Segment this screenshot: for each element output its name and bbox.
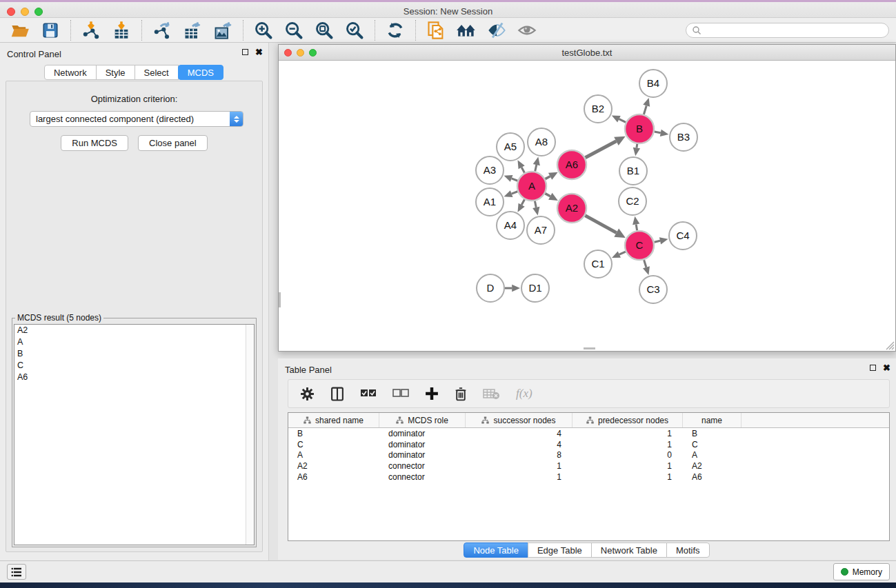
task-history-button[interactable] bbox=[7, 564, 26, 580]
session-title: Session: New Session bbox=[0, 6, 896, 17]
column-type-icon bbox=[481, 416, 489, 424]
table-cell: A2 bbox=[683, 461, 741, 471]
function-builder-icon[interactable]: f(x) bbox=[516, 387, 532, 401]
clone-network-icon[interactable] bbox=[424, 20, 448, 41]
graph-edge[interactable] bbox=[585, 216, 616, 233]
table-settings-gear-icon[interactable] bbox=[300, 387, 315, 401]
graph-edge[interactable] bbox=[535, 201, 536, 207]
search-input[interactable] bbox=[701, 24, 888, 37]
export-image-icon[interactable] bbox=[211, 20, 235, 41]
graph-edge[interactable] bbox=[636, 224, 637, 230]
table-row[interactable]: Cdominator41C bbox=[288, 439, 889, 450]
show-columns-icon[interactable] bbox=[330, 387, 344, 401]
graph-edge[interactable] bbox=[619, 252, 626, 254]
open-file-icon[interactable] bbox=[8, 20, 32, 41]
table-row[interactable]: Bdominator41B bbox=[288, 428, 889, 439]
mcds-result-fieldset: MCDS result (5 nodes) A2ABCA6 bbox=[12, 313, 257, 547]
criterion-dropdown[interactable]: largest connected component (directed) bbox=[30, 111, 243, 127]
table-cell: 1 bbox=[466, 461, 573, 471]
edge-arrowhead bbox=[660, 130, 669, 136]
show-eye-icon[interactable] bbox=[515, 20, 539, 41]
zoom-fit-icon[interactable] bbox=[312, 20, 336, 41]
memory-button[interactable]: Memory bbox=[833, 563, 890, 580]
tab-motifs[interactable]: Motifs bbox=[666, 543, 710, 558]
graph-edge[interactable] bbox=[655, 132, 661, 133]
close-panel-icon[interactable]: ✖ bbox=[255, 49, 263, 55]
mcds-result-item[interactable]: C bbox=[14, 360, 254, 372]
tab-network[interactable]: Network bbox=[44, 65, 97, 80]
edge-arrowhead bbox=[532, 207, 539, 216]
add-column-icon[interactable] bbox=[425, 387, 439, 401]
table-float-panel-icon[interactable] bbox=[870, 365, 876, 371]
graph-edge[interactable] bbox=[585, 141, 616, 158]
graph-edge[interactable] bbox=[637, 144, 637, 148]
table-row[interactable]: A2connector11A2 bbox=[288, 460, 889, 472]
column-header-MCDS-role[interactable]: MCDS role bbox=[379, 413, 466, 427]
import-network-icon[interactable] bbox=[79, 20, 103, 41]
unselect-all-icon[interactable] bbox=[392, 389, 409, 398]
zoom-in-icon[interactable] bbox=[252, 20, 275, 41]
mcds-result-list: A2ABCA6 bbox=[14, 324, 255, 545]
table-cell: dominator bbox=[379, 429, 466, 438]
hide-panel-eye-icon[interactable] bbox=[485, 20, 508, 41]
table-cell: connector bbox=[379, 461, 466, 471]
network-canvas[interactable]: B4B2BB3A8A5A6A3B1AA1C2A2A4A7C4CC1C3DD1 bbox=[279, 61, 895, 351]
graph-edge[interactable] bbox=[644, 105, 646, 114]
resize-grip-icon[interactable] bbox=[886, 341, 895, 350]
graph-edge[interactable] bbox=[545, 176, 550, 179]
zoom-selected-icon[interactable] bbox=[343, 20, 366, 41]
graph-edge[interactable] bbox=[512, 179, 518, 181]
mcds-result-item[interactable]: A2 bbox=[14, 325, 254, 336]
graph-edge[interactable] bbox=[535, 165, 537, 171]
table-close-panel-icon[interactable]: ✖ bbox=[883, 365, 890, 371]
graph-edge[interactable] bbox=[521, 168, 524, 173]
tab-select[interactable]: Select bbox=[135, 65, 179, 80]
tab-node-table[interactable]: Node Table bbox=[464, 543, 528, 558]
column-header-successor-nodes[interactable]: successor nodes bbox=[466, 413, 573, 427]
graph-edge[interactable] bbox=[654, 241, 660, 242]
zoom-out-icon[interactable] bbox=[282, 20, 306, 41]
mcds-result-item[interactable]: A6 bbox=[14, 372, 254, 383]
column-header-predecessor-nodes[interactable]: predecessor nodes bbox=[573, 413, 683, 427]
dropdown-stepper-icon bbox=[230, 112, 243, 126]
graph-edge[interactable] bbox=[644, 260, 646, 267]
tab-style[interactable]: Style bbox=[96, 65, 135, 80]
graph-edge[interactable] bbox=[512, 192, 518, 194]
graph-edge[interactable] bbox=[521, 199, 524, 205]
export-network-icon[interactable] bbox=[150, 20, 174, 41]
mcds-result-item[interactable]: A bbox=[14, 336, 254, 348]
refresh-icon[interactable] bbox=[384, 20, 407, 41]
table-row[interactable]: A6connector11A6 bbox=[288, 472, 889, 483]
select-all-icon[interactable] bbox=[360, 389, 377, 398]
run-mcds-button[interactable]: Run MCDS bbox=[61, 135, 128, 151]
column-header-shared-name[interactable]: shared name bbox=[288, 413, 379, 427]
search-field[interactable] bbox=[686, 23, 889, 38]
tab-network-table[interactable]: Network Table bbox=[591, 543, 667, 558]
network-vertical-scrollbar[interactable] bbox=[279, 292, 281, 307]
graph-edge[interactable] bbox=[619, 119, 626, 123]
mcds-result-item[interactable]: B bbox=[14, 348, 254, 360]
import-table-icon[interactable] bbox=[110, 20, 133, 41]
tab-mcds[interactable]: MCDS bbox=[178, 65, 223, 80]
graph-edge[interactable] bbox=[545, 194, 550, 196]
edge-arrowhead bbox=[633, 216, 639, 225]
table-row[interactable]: Adominator80A bbox=[288, 449, 889, 460]
export-table-icon[interactable] bbox=[181, 20, 204, 41]
network-graph[interactable]: B4B2BB3A8A5A6A3B1AA1C2A2A4A7C4CC1C3DD1 bbox=[279, 61, 895, 351]
delete-column-trash-icon[interactable] bbox=[455, 387, 467, 401]
tab-edge-table[interactable]: Edge Table bbox=[528, 543, 592, 558]
result-list-scrollbar[interactable] bbox=[246, 325, 254, 545]
save-session-icon[interactable] bbox=[39, 20, 62, 41]
control-panel-tabs: NetworkStyleSelectMCDS bbox=[0, 65, 268, 80]
criterion-value: largest connected component (directed) bbox=[30, 114, 230, 124]
network-horizontal-scrollbar[interactable] bbox=[584, 347, 595, 349]
node-label: B1 bbox=[627, 165, 639, 176]
float-panel-icon[interactable] bbox=[242, 49, 248, 55]
close-panel-button[interactable]: Close panel bbox=[138, 135, 208, 151]
delete-table-icon[interactable] bbox=[483, 388, 500, 400]
home-layout-icon[interactable] bbox=[455, 20, 478, 41]
node-label: D bbox=[487, 282, 495, 294]
column-header-name[interactable]: name bbox=[683, 413, 741, 427]
edge-arrowhead bbox=[504, 175, 513, 182]
network-window-titlebar[interactable]: testGlobe.txt bbox=[279, 45, 895, 61]
